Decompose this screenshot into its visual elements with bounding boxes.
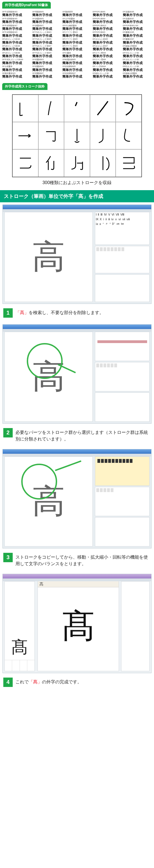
font-sample-cell: DF細丸ゴシック体簡単外字作成 bbox=[93, 72, 122, 79]
font-sample-cell: DF平成ゴシック体W7簡単外字作成 bbox=[32, 45, 61, 51]
font-sample-cell: DFPOP1体W12簡単外字作成 bbox=[93, 25, 122, 31]
step-number: 2 bbox=[3, 428, 13, 437]
step-text: 「高」を検索し、不要な部分を削除します。 bbox=[16, 308, 104, 316]
font-sample-cell: DFPOP体MIX W4簡単外字作成 bbox=[123, 25, 152, 31]
font-sample-cell: DFPOP2体W9簡単外字作成 bbox=[93, 31, 122, 37]
font-sample-cell: DF顔真卿体W7簡単外字作成 bbox=[62, 72, 91, 79]
glyph-preview-final: 髙 bbox=[62, 610, 95, 643]
font-sample-cell: DFUDゴシック体W6簡単外字作成 bbox=[2, 52, 31, 58]
font-sample-cell: DFまるもじ体W5簡単外字作成 bbox=[93, 38, 122, 44]
step-number: 4 bbox=[3, 678, 13, 687]
font-sample-cell: DF行書体簡単外字作成 bbox=[62, 52, 91, 58]
font-sample-cell: DF流麗体W7簡単外字作成 bbox=[123, 18, 152, 24]
font-sample-cell: DF欧陽詢体W5簡単外字作成 bbox=[62, 59, 91, 65]
font-sample-cell: DF楷書体W5簡単外字作成 bbox=[32, 65, 61, 72]
step-4: 4 これで「髙」の外字の完成です。 bbox=[0, 675, 154, 692]
font-sample-cell: DF教科書体W3簡単外字作成 bbox=[2, 72, 31, 79]
font-sample-cell: DF平成ゴシック体W3簡単外字作成 bbox=[32, 31, 61, 37]
highlight-circle bbox=[27, 343, 63, 379]
stroke-caption: 300種類におよぶストロークを収録 bbox=[0, 180, 154, 186]
font-sample-cell: DF特太ゴシック体簡単外字作成 bbox=[123, 65, 152, 72]
font-sample-cell: DFクラフト童W3簡単外字作成 bbox=[62, 31, 91, 37]
font-sample-cell: DF隷書体W7簡単外字作成 bbox=[32, 25, 61, 31]
font-sample-cell: DFロマン輝W9簡単外字作成 bbox=[93, 52, 122, 58]
app-screenshot-step1: 高 bbox=[2, 324, 152, 424]
font-sample-cell: DFPOP1体W5簡単外字作成 bbox=[93, 11, 122, 17]
highlight-circle bbox=[21, 464, 57, 500]
step-2: 2 必要なパーツをストローク群から選択します（ストローク群は系統別に分類されてい… bbox=[0, 425, 154, 448]
font-sample-cell: DF太丸ゴシック体簡単外字作成 bbox=[123, 59, 152, 65]
font-sample-cell: DF明朝体W5簡単外字作成 bbox=[32, 11, 61, 17]
highlight-line bbox=[55, 460, 82, 471]
step-text: ストロークをコピーしてから、移動・拡大縮小・回転等の機能を使用して文字のバランス… bbox=[16, 553, 151, 567]
font-sample-cell: DF平成明朝体W9簡単外字作成 bbox=[2, 31, 31, 37]
font-sample-cell: DF楷書体W3簡単外字作成 bbox=[32, 59, 61, 65]
app-screenshot-step3: 髙 高 髙 bbox=[2, 574, 152, 673]
app-screenshot-initial: 高 Ⅰ Ⅱ Ⅲ Ⅳ Ⅴ Ⅵ Ⅶ Ⅷ Ⅸ Ⅹ ⅰ ⅱ ⅲ ⅳ ⅴ ⅵ ⅶ ⅷ ⅸ … bbox=[2, 205, 152, 304]
font-sample-cell: DFまるもじ体W7簡単外字作成 bbox=[93, 45, 122, 51]
font-sample-cell: DFロマン雪W9簡単外字作成 bbox=[93, 59, 122, 65]
canvas-glyph-label: 高 bbox=[38, 581, 119, 587]
step-number: 3 bbox=[3, 553, 13, 562]
font-sample-cell: DF流麗体W5簡単外字作成 bbox=[123, 11, 152, 17]
font-sample-cell: DF中丸ゴシック体簡単外字作成 bbox=[123, 52, 152, 58]
font-sample-cell: DF太平楷書体簡単外字作成 bbox=[62, 18, 91, 24]
font-sample-cell: DFクラフト墨W9簡単外字作成 bbox=[62, 45, 91, 51]
font-sample-cell: DF平成明朝体W3簡単外字作成 bbox=[2, 11, 31, 17]
font-sample-cell: DF太楷書体簡単外字作成 bbox=[2, 65, 31, 72]
font-sample-cell: DFUDゴシック体W2簡単外字作成 bbox=[2, 38, 31, 44]
font-sample-cell: DF顔真卿体W5簡単外字作成 bbox=[62, 65, 91, 72]
font-sample-cell: DF平成明朝体W7簡単外字作成 bbox=[2, 25, 31, 31]
step-3: 3 ストロークをコピーしてから、移動・拡大縮小・回転等の機能を使用して文字のバラ… bbox=[0, 550, 154, 573]
font-sample-cell: DF優雅宋W5簡単外字作成 bbox=[123, 31, 152, 37]
font-sample-cell: DF楷書体W7簡単外字作成 bbox=[32, 72, 61, 79]
stroke-sample-grid bbox=[12, 94, 142, 177]
font-sample-cell: DF中太極楷書体簡単外字作成 bbox=[62, 25, 91, 31]
font-sample-cell: DF平成ゴシック体W9簡単外字作成 bbox=[32, 52, 61, 58]
font-sample-cell: DF優雅宋W7簡単外字作成 bbox=[123, 38, 152, 44]
font-sample-cell: DF平成丸ゴシック体W4簡単外字作成 bbox=[2, 59, 31, 65]
result-glyph: 髙 bbox=[5, 635, 34, 660]
tutorial-banner: ストローク（筆画）単位で外字「髙」を作成 bbox=[0, 190, 154, 202]
font-sample-cell: DFPOP1体W9簡単外字作成 bbox=[93, 18, 122, 24]
stroke-header: 外字作成用ストローク抜粋 bbox=[2, 83, 48, 90]
font-sample-cell: DFUDゴシック体W4簡単外字作成 bbox=[2, 45, 31, 51]
step-text: これで「髙」の外字の完成です。 bbox=[16, 678, 82, 685]
dynafont-header: 外字作成用DynaFont 50書体 bbox=[2, 2, 51, 8]
font-sample-cell: DF平成ゴシック体W5簡単外字作成 bbox=[32, 38, 61, 44]
font-sample-cell: DF魏碑標準簡単外字作成 bbox=[62, 11, 91, 17]
font-sample-cell: DFクラフト遊W5簡単外字作成 bbox=[62, 38, 91, 44]
step-number: 1 bbox=[3, 308, 13, 318]
font-sample-cell: DF超極太明朝体簡単外字作成 bbox=[123, 45, 152, 51]
step-1: 1 「高」を検索し、不要な部分を削除します。 bbox=[0, 306, 154, 323]
font-sample-cell: DF超極太楷書体簡単外字作成 bbox=[123, 72, 152, 79]
font-sample-grid: DF平成明朝体W3簡単外字作成DF明朝体W5簡単外字作成DF魏碑標準簡単外字作成… bbox=[0, 10, 154, 82]
app-screenshot-step2: 高 bbox=[2, 449, 152, 549]
font-sample-cell: DF平成明朝体W5簡単外字作成 bbox=[2, 18, 31, 24]
step-text: 必要なパーツをストローク群から選択します（ストローク群は系統別に分類されています… bbox=[16, 428, 151, 442]
glyph-preview: 高 bbox=[32, 240, 65, 274]
font-sample-cell: DF隷書体W5簡単外字作成 bbox=[32, 18, 61, 24]
font-sample-cell: DFペン字体W4簡単外字作成 bbox=[93, 65, 122, 72]
